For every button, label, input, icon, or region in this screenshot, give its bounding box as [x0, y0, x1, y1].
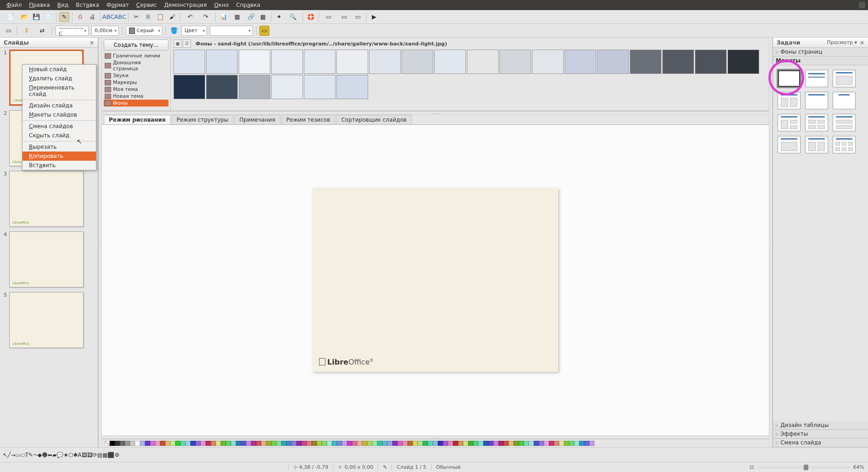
color-swatch[interactable]	[509, 441, 514, 446]
color-swatch[interactable]	[115, 441, 120, 446]
context-menu-item[interactable]: Макеты слайдов	[22, 110, 96, 119]
ellipse-tool[interactable]: ⬭	[21, 452, 25, 458]
export-pdf-button[interactable]: ⎙	[75, 12, 85, 22]
color-swatch[interactable]	[392, 441, 398, 446]
color-swatch[interactable]	[256, 441, 261, 446]
undo-button[interactable]: ↶	[183, 12, 197, 22]
slide-canvas[interactable]: LibreOffice®	[313, 188, 558, 372]
color-swatch[interactable]	[524, 441, 529, 446]
color-swatch[interactable]	[140, 441, 145, 446]
section-effects[interactable]: ▷Эффекты	[773, 430, 868, 438]
panel-resize-handle[interactable]: ⋮	[98, 38, 102, 447]
theme-item[interactable]: Фоны	[104, 100, 168, 107]
layout-v2[interactable]	[805, 136, 828, 153]
shadow-button[interactable]: ▭	[259, 26, 269, 36]
color-swatch[interactable]	[332, 441, 337, 446]
window-minimize-icon[interactable]	[859, 2, 865, 8]
color-swatch[interactable]	[281, 441, 286, 446]
task-panel-resize-handle[interactable]: ⋮	[769, 38, 773, 447]
insert-slide-button[interactable]: ▭	[353, 12, 363, 22]
context-menu-item[interactable]: Скрыть слайд	[22, 131, 96, 140]
paste-button[interactable]: 📋	[155, 12, 165, 22]
color-swatch[interactable]	[569, 441, 574, 446]
theme-item[interactable]: Новая тема	[104, 93, 168, 100]
task-view-menu[interactable]: Просмотр ▾	[827, 39, 857, 45]
color-swatch[interactable]	[327, 441, 332, 446]
fontwork-tool[interactable]: A	[78, 452, 81, 458]
section-slide-transition[interactable]: ▷Смена слайда	[773, 438, 868, 447]
view-tab[interactable]: Режим тезисов	[281, 115, 336, 124]
color-swatch[interactable]	[236, 441, 241, 446]
color-swatch[interactable]	[483, 441, 488, 446]
gallery-thumb[interactable]	[206, 75, 238, 99]
line-style-combo[interactable]: ————— С	[56, 26, 89, 36]
color-swatch[interactable]	[286, 441, 291, 446]
theme-item[interactable]: Граничные линии	[104, 52, 168, 59]
color-swatch[interactable]	[504, 441, 509, 446]
slide-design-button[interactable]: ▭	[322, 12, 336, 22]
color-swatch[interactable]	[226, 441, 231, 446]
slide-thumb-5[interactable]: 5	[4, 292, 94, 348]
color-swatch[interactable]	[387, 441, 392, 446]
layout-content-over[interactable]	[833, 114, 856, 131]
context-menu-item[interactable]: Вырезать	[22, 142, 96, 152]
color-swatch[interactable]	[362, 441, 367, 446]
format-paintbrush-button[interactable]: 🖌	[167, 12, 177, 22]
color-swatch[interactable]	[175, 441, 180, 446]
color-none[interactable]	[105, 441, 110, 446]
color-swatch[interactable]	[398, 441, 403, 446]
color-swatch[interactable]	[216, 441, 221, 446]
line-tool[interactable]: ╱	[7, 452, 11, 458]
gallery-listview-button[interactable]: ☰	[183, 39, 191, 48]
color-swatch[interactable]	[120, 441, 125, 446]
color-swatch[interactable]	[408, 441, 413, 446]
slide-thumb-4[interactable]: 4	[4, 231, 94, 287]
gallery-thumb[interactable]	[174, 50, 205, 74]
color-swatch[interactable]	[438, 441, 443, 446]
print-button[interactable]: 🖨	[87, 12, 97, 22]
color-swatch[interactable]	[160, 441, 165, 446]
gallery-thumb[interactable]	[597, 50, 629, 74]
color-swatch[interactable]	[549, 441, 554, 446]
slide-workspace[interactable]: LibreOffice®	[102, 125, 769, 435]
fill-value-combo[interactable]	[210, 26, 253, 36]
theme-item[interactable]: Домашняя страница	[104, 59, 168, 72]
color-swatch[interactable]	[342, 441, 347, 446]
line-width-combo[interactable]: 0,00см	[91, 26, 119, 36]
menu-format[interactable]: Формат	[103, 0, 133, 10]
color-swatch[interactable]	[221, 441, 226, 446]
gallery-thumb[interactable]	[304, 50, 336, 74]
line-end-button[interactable]: ⇄	[35, 26, 49, 36]
color-swatch[interactable]	[574, 441, 579, 446]
color-swatch[interactable]	[276, 441, 281, 446]
workspace-resize-handle[interactable]: ⋯⋯	[102, 435, 769, 439]
color-swatch[interactable]	[448, 441, 453, 446]
gallery-toggle[interactable]: 🖼	[87, 452, 93, 458]
color-swatch[interactable]	[478, 441, 483, 446]
menu-insert[interactable]: Вставка	[72, 0, 103, 10]
theme-item[interactable]: Моя тема	[104, 86, 168, 93]
slides-panel-close-icon[interactable]: ×	[90, 39, 94, 46]
color-swatch[interactable]	[201, 441, 206, 446]
block-arrows-tool[interactable]: ⬅	[48, 452, 52, 458]
color-swatch[interactable]	[473, 441, 478, 446]
gallery-thumb[interactable]	[239, 75, 270, 99]
area-dialog-button[interactable]: 🪣	[169, 26, 179, 36]
flowcharts-tool[interactable]: ▰	[52, 452, 56, 458]
zoom-button[interactable]: 🔍	[286, 12, 300, 22]
color-swatch[interactable]	[297, 441, 302, 446]
color-swatch[interactable]	[413, 441, 418, 446]
context-menu-item[interactable]: Смена слайдов	[22, 122, 96, 131]
gallery-thumb[interactable]	[532, 50, 564, 74]
color-swatch[interactable]	[261, 441, 266, 446]
color-swatch[interactable]	[180, 441, 185, 446]
color-swatch[interactable]	[544, 441, 549, 446]
save-button[interactable]: 💾	[31, 12, 41, 22]
color-swatch[interactable]	[291, 441, 297, 446]
callouts-tool[interactable]: 💬	[56, 452, 63, 458]
color-swatch[interactable]	[428, 441, 433, 446]
gallery-thumb[interactable]	[271, 50, 303, 74]
color-swatch[interactable]	[498, 441, 504, 446]
color-swatch[interactable]	[534, 441, 539, 446]
curve-tool[interactable]: ✎	[28, 452, 33, 458]
